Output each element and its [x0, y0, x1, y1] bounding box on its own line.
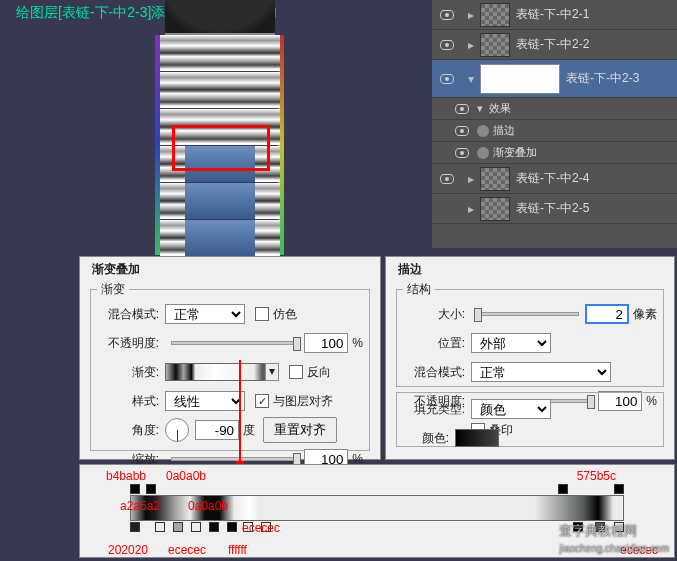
panel-title: 描边: [396, 261, 424, 278]
chevron-down-icon[interactable]: ▾: [462, 72, 480, 86]
blend-mode-select[interactable]: 正常: [165, 304, 245, 324]
position-label: 位置:: [403, 335, 465, 352]
size-unit: 像素: [633, 306, 657, 323]
reverse-label: 反向: [307, 364, 331, 381]
chevron-icon[interactable]: ▸: [462, 38, 480, 52]
group-label: 渐变: [97, 281, 129, 298]
arrow-annotation: [239, 360, 241, 472]
fx-icon: [477, 147, 489, 159]
hex-annotation: 575b5c: [577, 469, 616, 483]
color-label: 颜色:: [403, 430, 449, 447]
angle-unit: 度: [243, 422, 255, 439]
hex-annotation: ececec: [168, 543, 206, 557]
layers-panel: ▸ 表链-下-中2-1 ▸ 表链-下-中2-2 ▾ 表链-下-中2-3 ▾ 效果…: [432, 0, 677, 248]
layer-thumbnail: [480, 167, 510, 191]
size-slider[interactable]: [477, 312, 579, 316]
highlight-box: [172, 125, 270, 171]
dropdown-icon[interactable]: ▾: [265, 363, 279, 381]
reset-align-button[interactable]: 重置对齐: [263, 417, 337, 443]
bullet-icon: ▾: [477, 102, 483, 115]
style-select[interactable]: 线性: [165, 391, 245, 411]
effects-row[interactable]: ▾ 效果: [432, 98, 677, 120]
size-label: 大小:: [403, 306, 465, 323]
visibility-icon[interactable]: [455, 104, 469, 114]
hex-annotation: 202020: [108, 543, 148, 557]
layer-thumbnail: [480, 64, 560, 94]
blend-mode-select[interactable]: 正常: [471, 362, 611, 382]
layer-thumbnail: [480, 3, 510, 27]
opacity-stop[interactable]: [146, 484, 156, 494]
align-checkbox[interactable]: [255, 394, 269, 408]
hex-annotation: ececec: [242, 521, 280, 535]
visibility-icon[interactable]: [455, 148, 469, 158]
opacity-label: 不透明度:: [97, 335, 159, 352]
layer-row[interactable]: ▸ 表链-下-中2-4: [432, 164, 677, 194]
visibility-icon[interactable]: [440, 10, 454, 20]
hex-annotation: 0a0a0b: [166, 469, 206, 483]
color-stop[interactable]: [209, 522, 219, 532]
stroke-panel: 描边 结构 大小: 像素 位置: 外部 混合模式: 正常 不透明度: % 叠印: [385, 256, 675, 460]
fill-type-label: 填充类型:: [403, 401, 465, 418]
angle-dial[interactable]: [165, 418, 189, 442]
layer-row[interactable]: ▸ 表链-下-中2-2: [432, 30, 677, 60]
layer-row[interactable]: ▸ 表链-下-中2-5: [432, 194, 677, 224]
dither-checkbox[interactable]: [255, 307, 269, 321]
effect-gradient-row[interactable]: 渐变叠加: [432, 142, 677, 164]
fill-type-select[interactable]: 颜色: [471, 399, 551, 419]
layer-row[interactable]: ▸ 表链-下-中2-1: [432, 0, 677, 30]
group-label: 结构: [403, 281, 435, 298]
effect-stroke-row[interactable]: 描边: [432, 120, 677, 142]
color-stop[interactable]: [227, 522, 237, 532]
align-label: 与图层对齐: [273, 393, 333, 410]
visibility-icon[interactable]: [440, 174, 454, 184]
style-label: 样式:: [97, 393, 159, 410]
watch-preview: [130, 0, 310, 260]
dither-label: 仿色: [273, 306, 297, 323]
layer-thumbnail: [480, 33, 510, 57]
color-swatch[interactable]: [455, 429, 499, 447]
hex-annotation: a2a5a2: [120, 499, 160, 513]
layer-name: 表链-下-中2-2: [516, 36, 589, 53]
position-select[interactable]: 外部: [471, 333, 551, 353]
color-stop[interactable]: [191, 522, 201, 532]
opacity-stop[interactable]: [130, 484, 140, 494]
chevron-icon[interactable]: ▸: [462, 172, 480, 186]
effect-name: 渐变叠加: [493, 145, 537, 160]
opacity-stop[interactable]: [558, 484, 568, 494]
chevron-icon[interactable]: ▸: [462, 8, 480, 22]
watermark: 查字典教程网 jiaocheng.chazidian.com: [559, 522, 669, 555]
panel-title: 渐变叠加: [90, 261, 142, 278]
hex-annotation: ffffff: [228, 543, 247, 557]
visibility-icon[interactable]: [440, 74, 454, 84]
layer-row-selected[interactable]: ▾ 表链-下-中2-3: [432, 60, 677, 98]
effect-name: 描边: [493, 123, 515, 138]
layer-thumbnail: [480, 197, 510, 221]
hex-annotation: 0a0a0b: [188, 499, 228, 513]
chevron-icon[interactable]: ▸: [462, 202, 480, 216]
opacity-stop[interactable]: [614, 484, 624, 494]
layer-name: 表链-下-中2-3: [566, 70, 639, 87]
size-input[interactable]: [585, 304, 629, 324]
gradient-preview[interactable]: [165, 363, 265, 381]
visibility-icon[interactable]: [440, 40, 454, 50]
layer-name: 表链-下-中2-4: [516, 170, 589, 187]
angle-input[interactable]: [195, 420, 239, 440]
layer-name: 表链-下-中2-5: [516, 200, 589, 217]
gradient-label: 渐变:: [97, 364, 159, 381]
blend-mode-label: 混合模式:: [97, 306, 159, 323]
color-stop[interactable]: [173, 522, 183, 532]
blend-mode-label: 混合模式:: [403, 364, 465, 381]
hex-annotation: b4babb: [106, 469, 146, 483]
angle-label: 角度:: [97, 422, 159, 439]
opacity-input[interactable]: [304, 333, 348, 353]
color-stop[interactable]: [155, 522, 165, 532]
reverse-checkbox[interactable]: [289, 365, 303, 379]
layer-name: 表链-下-中2-1: [516, 6, 589, 23]
opacity-unit: %: [352, 336, 363, 350]
gradient-overlay-panel: 渐变叠加 渐变 混合模式: 正常 仿色 不透明度: % 渐变: ▾ 反向 样式:…: [79, 256, 381, 460]
visibility-icon[interactable]: [455, 126, 469, 136]
color-stop[interactable]: [130, 522, 140, 532]
fx-icon: [477, 125, 489, 137]
opacity-slider[interactable]: [171, 341, 298, 345]
effects-label: 效果: [489, 101, 511, 116]
